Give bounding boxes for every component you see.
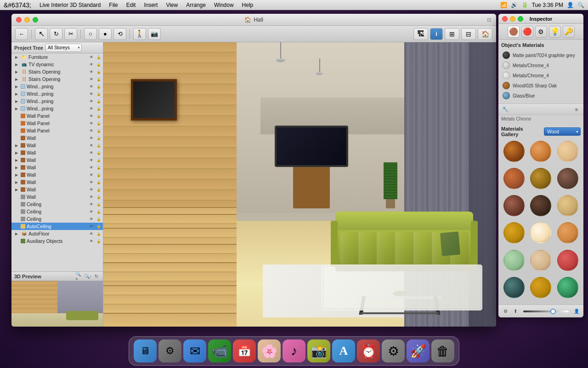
tree-item-window3[interactable]: ▶ Wind...pning 👁 🔒 <box>11 98 103 105</box>
dock-systemprefs[interactable]: ⚙ <box>382 339 405 362</box>
material-swatch-14[interactable] <box>557 250 578 271</box>
eyedropper-tool[interactable]: 🔧 <box>501 105 509 114</box>
tree-item-wall6[interactable]: ▶ Wall 👁 🔒 <box>11 171 103 178</box>
zoom-button[interactable] <box>33 17 38 23</box>
tree-item-ceiling1[interactable]: ▶ Wall 👁 🔒 <box>11 193 103 201</box>
menu-window[interactable]: Window <box>210 0 237 10</box>
camera-tool[interactable]: 📷 <box>148 28 161 40</box>
dock-facetime[interactable]: 📹 <box>208 339 231 362</box>
material-swatch-8[interactable] <box>557 195 578 216</box>
view-3d-button[interactable]: 🏠 <box>478 28 492 40</box>
lock-icon[interactable]: 🔒 <box>96 230 102 237</box>
insp-tab-object[interactable]: 🔴 <box>521 26 533 38</box>
lock-icon[interactable]: 🔒 <box>96 91 102 97</box>
visibility-icon[interactable]: 👁 <box>88 157 95 163</box>
lock-icon[interactable]: 🔒 <box>96 54 102 60</box>
tree-item-tv[interactable]: ▶ 📺 TV dynamic 👁 🔒 <box>11 61 103 68</box>
visibility-icon[interactable]: 👁 <box>88 216 95 222</box>
tree-item-stairs1[interactable]: ▶ 🪜 Stairs Opening 👁 🔒 <box>11 68 103 75</box>
dock-calendar[interactable]: 📅 <box>233 339 256 362</box>
figure-tool[interactable]: 🚶 <box>133 28 146 40</box>
minimize-button[interactable] <box>24 17 30 23</box>
material-swatch-13[interactable] <box>530 250 551 271</box>
menu-view[interactable]: View <box>162 0 181 10</box>
tree-item-stairs2[interactable]: ▶ 🪜 Stairs Opening 👁 🔒 <box>11 75 103 83</box>
insp-tab-light[interactable]: 💡 <box>549 26 561 38</box>
material-swatch-11[interactable] <box>557 222 578 243</box>
visibility-icon[interactable]: 👁 <box>88 238 95 244</box>
lock-icon[interactable]: 🔒 <box>96 216 102 222</box>
material-swatch-15[interactable] <box>503 277 525 298</box>
dock-system-prefs-1[interactable]: ⚙ <box>158 339 181 362</box>
window-collapse-icon[interactable]: ⊟ <box>487 17 492 23</box>
visibility-icon[interactable]: 👁 <box>88 135 95 141</box>
menu-insert[interactable]: Insert <box>140 0 161 10</box>
dock-appstore[interactable]: A <box>332 339 355 362</box>
tree-item-wall7[interactable]: ▶ Wall 👁 🔒 <box>11 178 103 186</box>
tree-item-wallpanel2[interactable]: ▶ Wall Panel 👁 🔒 <box>11 120 103 127</box>
back-button[interactable]: ← <box>15 28 28 40</box>
menu-app-name[interactable]: Live Interior 3D Standard <box>36 0 104 10</box>
circle-tool[interactable]: ○ <box>84 28 97 40</box>
lock-icon[interactable]: 🔒 <box>96 164 102 171</box>
lock-icon[interactable]: 🔒 <box>96 135 102 141</box>
visibility-icon[interactable]: 👁 <box>88 91 95 97</box>
tree-item-ceiling2[interactable]: ▶ Ceiling 👁 🔒 <box>11 201 103 208</box>
tree-item-window4[interactable]: ▶ Wind...pning 👁 🔒 <box>11 105 103 112</box>
storeys-dropdown[interactable]: All Storeys Ground Floor First Floor <box>45 44 82 52</box>
gallery-dropdown[interactable]: Wood Metal Glass Fabric Stone Paint <box>544 127 581 136</box>
insp-tab-materials[interactable]: 🟤 <box>508 26 520 38</box>
tree-item-wallpanel3[interactable]: ▶ Wall Panel 👁 🔒 <box>11 127 103 134</box>
material-swatch-1[interactable] <box>530 141 551 162</box>
material-swatch-16[interactable] <box>530 277 551 298</box>
dock-itunes[interactable]: ♪ <box>283 339 305 362</box>
visibility-icon[interactable]: 👁 <box>88 201 95 207</box>
visibility-icon[interactable]: 👁 <box>88 127 95 134</box>
material-item-4[interactable]: Glass/Blue <box>501 91 581 101</box>
info-button[interactable]: i <box>430 28 443 40</box>
dot-tool[interactable]: ● <box>99 28 112 40</box>
tree-item-wallpanel1[interactable]: ▶ Wall Panel 👁 🔒 <box>11 112 103 120</box>
visibility-icon[interactable]: 👁 <box>88 194 95 200</box>
close-button[interactable] <box>16 17 22 23</box>
tree-item-wall5[interactable]: ▶ Wall 👁 🔒 <box>11 164 103 171</box>
tree-item-wall3[interactable]: ▶ Wall 👁 🔒 <box>11 149 103 156</box>
visibility-icon[interactable]: 👁 <box>88 172 95 178</box>
apple-menu[interactable]: &#63743; <box>4 1 31 9</box>
select-tool[interactable]: ↖ <box>35 28 48 40</box>
material-swatch-12[interactable] <box>503 250 525 271</box>
menu-edit[interactable]: Edit <box>123 0 140 10</box>
visibility-icon[interactable]: 👁 <box>88 150 95 156</box>
lock-icon[interactable]: 🔒 <box>96 61 102 68</box>
arc-tool[interactable]: ⟲ <box>113 28 126 40</box>
rotate-tool[interactable]: ↻ <box>50 28 62 40</box>
material-swatch-5[interactable] <box>557 168 578 189</box>
lock-icon[interactable]: 🔒 <box>96 186 102 193</box>
visibility-icon[interactable]: 👁 <box>88 179 95 185</box>
menu-help[interactable]: Help <box>238 0 257 10</box>
insp-minimize-btn[interactable] <box>510 16 515 22</box>
visibility-icon[interactable]: 👁 <box>88 164 95 171</box>
dock-iphoto[interactable]: 📸 <box>307 339 330 362</box>
material-item-2[interactable]: Metals/Chrome_4 <box>501 70 581 80</box>
gear-bottom-icon[interactable]: ⚙ <box>501 307 509 316</box>
lock-icon[interactable]: 🔒 <box>96 179 102 185</box>
material-swatch-9[interactable] <box>503 222 525 243</box>
view-split-button[interactable]: ⊟ <box>461 28 476 40</box>
mini-preview-image[interactable] <box>11 281 103 327</box>
tree-item-autoceiling[interactable]: ▶ Ceiling 👁 🔒 <box>11 215 103 223</box>
dock-photos[interactable]: 🌸 <box>258 339 281 362</box>
visibility-icon[interactable]: 👁 <box>88 142 95 149</box>
transform-tool[interactable]: ✂ <box>64 28 77 40</box>
person-icon[interactable]: 👤 <box>572 307 581 316</box>
material-swatch-4[interactable] <box>530 168 551 189</box>
menu-icon[interactable]: ≡ <box>572 105 581 114</box>
dock-finder[interactable]: 🖥 <box>134 339 157 362</box>
lock-icon[interactable]: 🔒 <box>96 201 102 207</box>
brightness-thumb[interactable] <box>550 309 556 314</box>
lock-icon[interactable]: 🔒 <box>96 223 102 230</box>
tree-item-furniture[interactable]: ▶ 📁 Furniture 👁 🔒 <box>11 53 103 61</box>
lock-icon[interactable]: 🔒 <box>96 194 102 200</box>
refresh-btn[interactable]: ↻ <box>93 273 100 280</box>
lock-icon[interactable]: 🔒 <box>96 120 102 126</box>
